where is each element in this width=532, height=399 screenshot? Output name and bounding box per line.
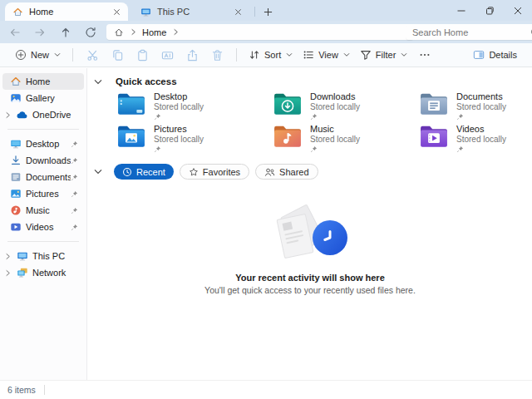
tab-recent[interactable]: Recent	[114, 164, 174, 180]
tile-name: Desktop	[154, 91, 204, 101]
tab-close-icon[interactable]	[234, 8, 242, 16]
back-icon[interactable]	[8, 26, 22, 39]
breadcrumb-chevron-icon[interactable]	[173, 28, 179, 36]
filter-button[interactable]: Filter	[355, 46, 412, 64]
sidebar-item-music[interactable]: Music	[2, 202, 84, 219]
activity-tabs: Recent Favorites Shared	[94, 164, 324, 180]
tile-subtitle: Stored locally	[310, 102, 360, 111]
file-explorer-window: Home This PC	[0, 0, 532, 399]
view-button[interactable]: View	[298, 46, 355, 64]
desktop-icon	[9, 138, 22, 150]
tab-home[interactable]: Home	[5, 2, 128, 21]
navigation-bar: Home	[0, 21, 532, 43]
delete-icon[interactable]	[204, 46, 229, 65]
sidebar-item-downloads[interactable]: Downloads	[2, 152, 84, 169]
expander-chevron-icon[interactable]	[2, 253, 16, 260]
details-button[interactable]: Details	[468, 46, 522, 64]
chevron-down-icon	[401, 52, 407, 57]
folder-music-icon	[273, 124, 302, 148]
forward-icon[interactable]	[33, 26, 47, 39]
gallery-icon	[9, 92, 22, 105]
new-button[interactable]: New	[10, 46, 66, 64]
onedrive-icon	[16, 109, 28, 121]
empty-state-subtitle: You'll get quick access to your recently…	[88, 285, 532, 295]
tab-shared[interactable]: Shared	[255, 164, 318, 180]
toolbar-separator	[236, 48, 237, 62]
status-divider	[44, 385, 45, 395]
downloads-icon	[9, 155, 22, 167]
home-icon	[9, 76, 22, 88]
cut-icon[interactable]	[80, 46, 105, 65]
tile-name: Downloads	[310, 91, 360, 101]
sidebar-item-desktop[interactable]: Desktop	[2, 135, 84, 152]
videos-icon	[9, 221, 22, 234]
quick-access-tile-desktop[interactable]: Desktop Stored locally	[117, 91, 260, 121]
tab-this-pc[interactable]: This PC	[133, 2, 249, 21]
pin-icon	[71, 140, 79, 148]
refresh-icon[interactable]	[84, 26, 97, 39]
item-count: 6 items	[7, 385, 36, 395]
breadcrumb-item[interactable]: Home	[142, 27, 166, 37]
tile-name: Videos	[456, 124, 506, 134]
sidebar-item-network[interactable]: Network	[2, 264, 84, 281]
pin-icon	[71, 174, 79, 181]
sort-button[interactable]: Sort	[244, 46, 298, 64]
up-icon[interactable]	[59, 26, 72, 39]
tab-bar: Home This PC	[0, 0, 532, 21]
sidebar-item-pictures[interactable]: Pictures	[2, 185, 84, 202]
more-options-icon[interactable]	[412, 46, 437, 64]
sidebar-item-gallery[interactable]: Gallery	[2, 90, 84, 106]
minimize-button[interactable]	[447, 0, 475, 21]
tile-subtitle: Stored locally	[154, 102, 204, 111]
tile-subtitle: Stored locally	[456, 102, 506, 111]
tile-name: Documents	[456, 91, 506, 101]
pin-icon	[154, 145, 204, 153]
folder-videos-icon	[420, 124, 448, 148]
close-button[interactable]	[504, 0, 532, 21]
this-pc-icon	[16, 250, 28, 263]
music-icon	[9, 204, 22, 217]
search-box[interactable]	[406, 24, 532, 40]
address-bar[interactable]: Home	[106, 24, 414, 40]
chevron-down-icon	[286, 52, 293, 57]
navigation-pane: Home Gallery OneDrive Desktop	[0, 68, 87, 381]
tab-separator	[254, 7, 255, 17]
new-tab-button[interactable]	[261, 5, 274, 18]
tab-close-icon[interactable]	[113, 8, 121, 16]
search-input[interactable]	[412, 27, 530, 37]
quick-access-tile-downloads[interactable]: Downloads Stored locally	[273, 91, 416, 121]
copy-icon[interactable]	[105, 46, 130, 65]
home-icon[interactable]	[114, 27, 124, 37]
paste-icon[interactable]	[130, 46, 155, 65]
share-icon[interactable]	[180, 46, 204, 65]
pc-icon	[140, 7, 151, 17]
pin-icon	[456, 145, 506, 153]
tab-label: Home	[29, 7, 53, 17]
maximize-button[interactable]	[475, 0, 504, 21]
quick-access-tile-pictures[interactable]: Pictures Stored locally	[117, 124, 260, 154]
sidebar-item-documents[interactable]: Documents	[2, 169, 84, 185]
section-title: Quick access	[116, 76, 177, 86]
network-icon	[16, 267, 28, 279]
breadcrumb-chevron-icon[interactable]	[131, 28, 136, 36]
clock-icon	[122, 167, 132, 177]
sidebar-item-onedrive[interactable]: OneDrive	[2, 106, 84, 123]
tab-favorites[interactable]: Favorites	[180, 164, 249, 180]
quick-access-tile-documents[interactable]: Documents Stored locally	[420, 91, 532, 121]
collapse-chevron-icon[interactable]	[94, 79, 102, 85]
rename-icon[interactable]	[155, 46, 180, 65]
folder-desktop-icon	[117, 91, 145, 116]
quick-access-tile-videos[interactable]: Videos Stored locally	[420, 124, 532, 154]
sidebar-item-this-pc[interactable]: This PC	[2, 248, 84, 264]
sidebar-item-videos[interactable]: Videos	[2, 219, 84, 235]
expander-chevron-icon[interactable]	[2, 269, 16, 277]
quick-access-tile-music[interactable]: Music Stored locally	[273, 124, 416, 154]
tile-subtitle: Stored locally	[456, 135, 506, 144]
pin-icon	[71, 157, 79, 165]
collapse-chevron-icon[interactable]	[94, 169, 102, 175]
tile-name: Music	[310, 124, 360, 134]
pin-icon	[71, 207, 79, 214]
pin-icon	[456, 113, 506, 121]
expander-chevron-icon[interactable]	[2, 111, 16, 119]
sidebar-item-home[interactable]: Home	[2, 73, 84, 90]
